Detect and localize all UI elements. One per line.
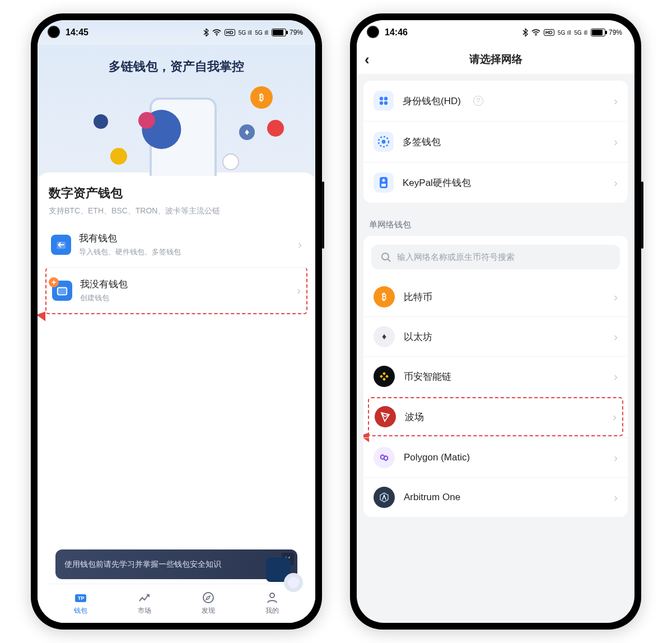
- svg-point-11: [384, 101, 388, 105]
- signal-5g-1-icon: 5G ⁞ll: [558, 30, 571, 36]
- i-have-wallet-row[interactable]: 我有钱包 导入钱包、硬件钱包、多签钱包 ›: [49, 222, 304, 267]
- status-bar: 14:46 HD 5G ⁞ll 5G ⁞ll 79%: [357, 20, 634, 45]
- avax-coin-icon: [267, 120, 284, 137]
- eth-dark-coin-icon: [94, 114, 108, 129]
- network-name: 比特币: [404, 291, 432, 304]
- tab-me[interactable]: 我的: [265, 591, 279, 616]
- status-time: 14:45: [66, 27, 88, 38]
- profile-tab-icon: [265, 591, 279, 604]
- multisig-icon: [374, 132, 394, 152]
- hd-icon: HD: [225, 29, 235, 36]
- tab-label: 市场: [138, 606, 151, 616]
- nav-title: 请选择网络: [469, 52, 522, 67]
- battery-icon: [591, 29, 605, 36]
- multisig-wallet-row[interactable]: 多签钱包 ›: [363, 121, 628, 162]
- svg-rect-1: [58, 287, 67, 295]
- bluetooth-icon: [203, 29, 209, 36]
- card-subtitle: 支持BTC、ETH、BSC、TRON、波卡等主流公链: [49, 206, 304, 216]
- chevron-right-icon: ›: [614, 95, 618, 108]
- svg-point-13: [382, 140, 386, 144]
- network-list: 输入网络名称或原生币符号搜索 ₿ 比特币 › ♦ 以太坊 › 币安智能链 ›: [363, 236, 628, 517]
- polkadot-coin-icon: [138, 112, 155, 129]
- row-title: 我有钱包: [79, 232, 181, 245]
- tab-discover[interactable]: 发现: [201, 591, 216, 616]
- battery-percent: 79%: [609, 29, 622, 36]
- network-bitcoin[interactable]: ₿ 比特币 ›: [363, 277, 628, 316]
- hd-wallet-row[interactable]: 身份钱包(HD) ? ›: [363, 81, 628, 121]
- market-tab-icon: [137, 591, 152, 604]
- status-indicators: HD 5G ⁞ll 5G ⁞ll 79%: [522, 29, 622, 36]
- security-banner[interactable]: ✕ 使用钱包前请先学习并掌握一些钱包安全知识: [55, 549, 297, 579]
- svg-point-10: [380, 101, 383, 105]
- keypal-icon: [374, 173, 394, 193]
- svg-point-8: [380, 97, 383, 100]
- row-sub: 创建钱包: [80, 293, 128, 303]
- network-name: Arbitrum One: [404, 492, 460, 503]
- network-polygon[interactable]: Polygon (Matic) ›: [363, 437, 628, 477]
- tron-icon: [375, 406, 396, 427]
- search-icon: [380, 251, 391, 263]
- svg-point-6: [270, 593, 274, 598]
- network-name: 币安智能链: [404, 370, 451, 383]
- chevron-right-icon: ›: [297, 284, 301, 297]
- ethereum-icon: ♦: [374, 326, 395, 347]
- network-name: Polygon (Matic): [404, 452, 470, 463]
- status-bar: 14:45 HD 5G ⁞ll 5G ⁞ll 79%: [38, 20, 315, 45]
- status-time: 14:46: [385, 27, 408, 38]
- banner-text: 使用钱包前请先学习并掌握一些钱包安全知识: [64, 560, 221, 569]
- row-title: 多签钱包: [403, 136, 441, 148]
- network-arbitrum[interactable]: Arbitrum One ›: [363, 477, 628, 517]
- chevron-right-icon: ›: [614, 291, 618, 304]
- chevron-right-icon: ›: [614, 136, 618, 148]
- keypal-wallet-row[interactable]: KeyPal硬件钱包 ›: [363, 162, 628, 203]
- svg-point-0: [216, 35, 217, 36]
- chevron-right-icon: ›: [298, 238, 302, 251]
- highlight-arrow-icon: [38, 309, 50, 322]
- row-sub: 导入钱包、硬件钱包、多签钱包: [79, 247, 181, 257]
- signal-5g-2-icon: 5G ⁞ll: [255, 30, 268, 36]
- network-ethereum[interactable]: ♦ 以太坊 ›: [363, 316, 628, 356]
- hd-icon: HD: [544, 29, 554, 36]
- tab-wallet[interactable]: TP 钱包: [73, 591, 88, 616]
- signal-5g-2-icon: 5G ⁞ll: [574, 30, 587, 36]
- svg-point-15: [382, 179, 385, 182]
- back-button[interactable]: ‹: [365, 51, 370, 68]
- hero-illustration: ₿ ♦: [38, 81, 315, 176]
- status-indicators: HD 5G ⁞ll 5G ⁞ll 79%: [203, 29, 303, 36]
- chevron-right-icon: ›: [614, 491, 618, 504]
- svg-point-9: [384, 97, 388, 100]
- card-title: 数字资产钱包: [49, 185, 304, 202]
- search-placeholder: 输入网络名称或原生币符号搜索: [397, 252, 515, 263]
- chevron-right-icon: ›: [614, 330, 618, 343]
- help-icon[interactable]: ?: [473, 96, 483, 106]
- eth-coin-icon: ♦: [239, 124, 255, 140]
- hero-section: 多链钱包，资产自我掌控 ₿ ♦: [38, 45, 315, 176]
- polygon-icon: [374, 447, 395, 468]
- i-dont-have-wallet-row[interactable]: 我没有钱包 创建钱包 ›: [45, 267, 307, 314]
- import-wallet-icon: [51, 235, 71, 255]
- tab-market[interactable]: 市场: [137, 591, 152, 616]
- network-tron[interactable]: 波场 ›: [368, 397, 623, 436]
- tab-label: 发现: [202, 606, 215, 616]
- signal-5g-1-icon: 5G ⁞ll: [239, 30, 252, 36]
- chevron-right-icon: ›: [614, 176, 618, 189]
- phone-left: 14:45 HD 5G ⁞ll 5G ⁞ll 79% 多链钱包，资产自我掌控 ₿…: [31, 13, 322, 630]
- chevron-right-icon: ›: [614, 370, 618, 383]
- row-title: KeyPal硬件钱包: [403, 176, 471, 189]
- bottom-tabbar: TP 钱包 市场 发现: [49, 584, 304, 623]
- battery-percent: 79%: [290, 29, 303, 36]
- astronaut-icon: [266, 557, 291, 582]
- svg-point-5: [203, 593, 213, 603]
- battery-icon: [272, 29, 286, 36]
- wallet-card: 数字资产钱包 支持BTC、ETH、BSC、TRON、波卡等主流公链 我有钱包 导…: [38, 173, 315, 623]
- arbitrum-icon: [374, 487, 395, 508]
- svg-point-7: [535, 35, 536, 36]
- create-wallet-icon: [52, 281, 72, 301]
- network-search-input[interactable]: 输入网络名称或原生币符号搜索: [371, 245, 620, 269]
- section-title: 单网络钱包: [369, 220, 634, 230]
- svg-rect-16: [381, 184, 386, 187]
- network-name: 波场: [405, 411, 424, 423]
- svg-text:TP: TP: [78, 595, 85, 601]
- network-bsc[interactable]: 币安智能链 ›: [363, 356, 628, 396]
- wallet-type-group: 身份钱包(HD) ? › 多签钱包 › KeyPal硬件钱包 ›: [363, 81, 628, 203]
